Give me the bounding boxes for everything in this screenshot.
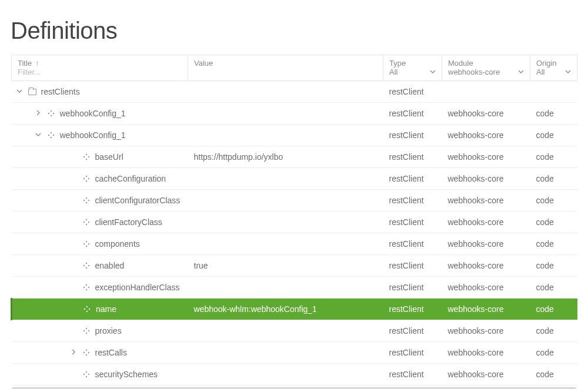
module-filter-dropdown[interactable]: webhooks-core	[448, 68, 524, 76]
cell-title[interactable]: restClients	[12, 81, 188, 103]
cell-origin: code	[530, 146, 577, 168]
cell-module	[442, 81, 530, 103]
cell-origin: code	[530, 364, 577, 385]
table-row[interactable]: exceptionHandlerClassrestClientwebhooks-…	[12, 277, 577, 299]
folder-icon	[28, 89, 36, 95]
table-row[interactable]: clientConfiguratorClassrestClientwebhook…	[12, 190, 577, 212]
col-header-value-label: Value	[194, 59, 213, 68]
expander-closed-icon[interactable]	[34, 109, 42, 118]
cell-title[interactable]: restCalls	[12, 342, 188, 364]
cell-origin: code	[530, 190, 577, 212]
cell-type: restClient	[383, 103, 442, 125]
cell-title[interactable]: name	[12, 299, 188, 320]
col-header-title-label: Title	[18, 59, 32, 68]
table-row[interactable]: baseUrlhttps://httpdump.io/yxlborestClie…	[12, 146, 577, 168]
table-row[interactable]: proxiesrestClientwebhooks-corecode	[12, 320, 577, 342]
cell-type: restClient	[383, 342, 442, 364]
type-filter-dropdown[interactable]: All	[389, 68, 436, 76]
cell-type: restClient	[383, 364, 442, 385]
content-node-icon	[82, 327, 91, 335]
cell-value	[188, 364, 383, 385]
cell-title[interactable]: clientConfiguratorClass	[12, 190, 188, 212]
cell-type: restClient	[383, 255, 442, 277]
table-row[interactable]: securitySchemesrestClientwebhooks-coreco…	[12, 364, 577, 385]
cell-type: restClient	[383, 190, 442, 212]
cell-value: https://httpdump.io/yxlbo	[188, 146, 383, 168]
page-title: Definitions	[11, 0, 577, 55]
table-row[interactable]: clientFactoryClassrestClientwebhooks-cor…	[12, 212, 577, 233]
row-title-label: clientFactoryClass	[95, 217, 162, 227]
expander-closed-icon[interactable]	[69, 348, 78, 357]
cell-origin: code	[530, 212, 577, 233]
cell-title[interactable]: securitySchemes	[12, 364, 188, 385]
row-title-label: enabled	[95, 261, 125, 270]
origin-filter-dropdown[interactable]: All	[536, 68, 571, 76]
col-header-module[interactable]: Module webhooks-core	[442, 55, 530, 81]
cell-module: webhooks-core	[442, 255, 530, 277]
type-filter-value: All	[389, 68, 397, 76]
row-title-label: exceptionHandlerClass	[95, 283, 180, 292]
definitions-table: Title ↑ Value Type All	[11, 55, 577, 385]
table-header-row: Title ↑ Value Type All	[12, 55, 577, 81]
origin-filter-value: All	[536, 68, 544, 76]
table-row[interactable]: cacheConfigurationrestClientwebhooks-cor…	[12, 168, 577, 190]
table-row[interactable]: enabledtruerestClientwebhooks-corecode	[12, 255, 577, 277]
cell-title[interactable]: exceptionHandlerClass	[12, 277, 188, 299]
cell-title[interactable]: cacheConfiguration	[12, 168, 188, 190]
cell-value	[188, 81, 383, 103]
row-title-label: webhookConfig_1	[60, 109, 126, 118]
content-node-icon	[83, 305, 91, 313]
cell-type: restClient	[383, 81, 442, 103]
content-node-icon	[82, 240, 91, 248]
cell-module: webhooks-core	[442, 168, 530, 190]
cell-module: webhooks-core	[442, 299, 530, 320]
cell-title[interactable]: baseUrl	[12, 146, 188, 168]
cell-type: restClient	[383, 146, 442, 168]
cell-title[interactable]: proxies	[12, 320, 188, 342]
cell-value: true	[188, 255, 383, 277]
chevron-down-icon	[518, 68, 524, 76]
cell-value	[188, 168, 383, 190]
cell-type: restClient	[383, 168, 442, 190]
cell-value	[188, 233, 383, 255]
chevron-down-icon	[565, 68, 571, 76]
table-row[interactable]: webhookConfig_1restClientwebhooks-coreco…	[12, 103, 577, 125]
col-header-type[interactable]: Type All	[383, 55, 442, 81]
cell-title[interactable]: clientFactoryClass	[12, 212, 188, 233]
table-row[interactable]: restClientsrestClient	[12, 81, 577, 103]
cell-value	[188, 277, 383, 299]
cell-module: webhooks-core	[442, 364, 530, 385]
cell-title[interactable]: enabled	[12, 255, 188, 277]
col-header-value[interactable]: Value	[188, 55, 383, 81]
row-title-label: restCalls	[95, 348, 127, 357]
cell-origin: code	[530, 299, 577, 320]
module-filter-value: webhooks-core	[448, 68, 500, 76]
title-filter-input[interactable]	[18, 68, 182, 76]
row-title-label: name	[96, 304, 116, 314]
row-title-label: webhookConfig_1	[60, 130, 126, 140]
col-header-title[interactable]: Title ↑	[12, 55, 188, 81]
cell-title[interactable]: components	[12, 233, 188, 255]
row-title-label: components	[95, 239, 140, 249]
cell-value	[188, 125, 383, 146]
row-title-label: baseUrl	[95, 152, 123, 162]
table-row[interactable]: componentsrestClientwebhooks-corecode	[12, 233, 577, 255]
content-node-icon	[47, 109, 55, 118]
cell-module: webhooks-core	[442, 212, 530, 233]
cell-value: webhook-whlm:webhookConfig_1	[188, 299, 383, 320]
cell-origin	[530, 81, 577, 103]
horizontal-scrollbar[interactable]	[11, 387, 577, 389]
cell-title[interactable]: webhookConfig_1	[12, 103, 188, 125]
expander-open-icon[interactable]	[15, 88, 24, 96]
table-row[interactable]: webhookConfig_1restClientwebhooks-coreco…	[12, 125, 577, 146]
cell-module: webhooks-core	[442, 146, 530, 168]
cell-value	[188, 342, 383, 364]
content-node-icon	[82, 153, 91, 161]
cell-title[interactable]: webhookConfig_1	[12, 125, 188, 146]
table-row[interactable]: namewebhook-whlm:webhookConfig_1restClie…	[12, 299, 577, 320]
table-row[interactable]: restCallsrestClientwebhooks-corecode	[12, 342, 577, 364]
cell-type: restClient	[383, 212, 442, 233]
cell-origin: code	[530, 255, 577, 277]
expander-open-icon[interactable]	[34, 131, 42, 139]
col-header-origin[interactable]: Origin All	[530, 55, 577, 81]
